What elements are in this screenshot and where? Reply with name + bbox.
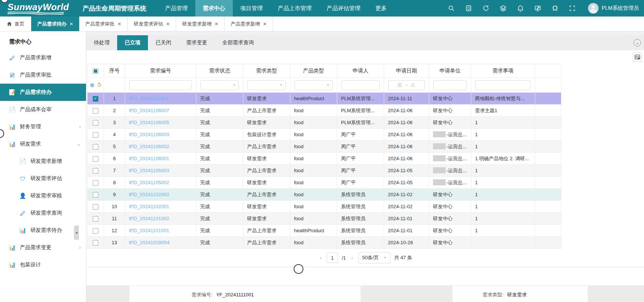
row-checkbox[interactable] (93, 180, 98, 186)
omega-icon[interactable]: Ω (551, 5, 559, 12)
row-checkbox[interactable] (93, 204, 98, 210)
row-checkbox[interactable] (93, 228, 98, 234)
clipboard-check-icon[interactable] (465, 5, 472, 12)
refresh-icon[interactable] (482, 5, 490, 12)
row-checkbox[interactable] (93, 108, 98, 114)
splitter-drag-handle[interactable] (294, 264, 303, 274)
clear-filter-icon[interactable]: ⊗ (90, 82, 95, 88)
requirement-id-link[interactable]: IPD_20241111001 (129, 96, 169, 101)
close-tab-icon[interactable]: ✕ (263, 21, 267, 27)
requirement-id-link[interactable]: IPD_20241106005 (129, 120, 169, 125)
open-tab-产品需求新增[interactable]: 产品需求新增✕ (225, 17, 273, 31)
filter-select-需求状态[interactable] (201, 80, 239, 90)
table-row[interactable]: 10IPD_20241102001完成研发需求food系统管理员2024-11-… (87, 201, 561, 213)
sidebar-item-研发需求评估[interactable]: 🛡研发需求评估 (0, 170, 86, 187)
requirement-id-link[interactable]: IPD_20241102002 (129, 192, 169, 197)
close-tab-icon[interactable]: ✕ (166, 21, 170, 27)
table-row[interactable]: 5IPD_20241106002完成产品上市需求food周广平2024-11-0… (87, 141, 561, 153)
sidebar-item-产品成本会审[interactable]: 📄产品成本会审 (0, 101, 86, 118)
nav-menu-item-更多[interactable]: 更多 (368, 0, 394, 17)
requirement-id-link[interactable]: IPD_20241102001 (129, 204, 169, 209)
sidebar-item-研发需求新增[interactable]: 📄研发需求新增 (0, 153, 86, 170)
table-row[interactable]: 9IPD_20241102002完成产品上市需求food系统管理员2024-11… (87, 189, 561, 201)
row-checkbox[interactable] (93, 132, 98, 138)
sidebar-item-财务管理[interactable]: 📊财务管理› (0, 118, 86, 135)
filter-input-需求编号[interactable] (129, 80, 192, 90)
bell-icon[interactable] (517, 5, 524, 12)
table-row[interactable]: 11IPD_20241101002完成研发需求food系统管理员2024-11-… (87, 213, 561, 225)
filter-input-申请单位[interactable] (433, 80, 467, 90)
next-page-button[interactable]: › (350, 255, 354, 261)
filter-date-range[interactable]: 起 ~ 止 (388, 80, 425, 90)
current-page-box[interactable]: 1 (327, 252, 338, 263)
filter-tab-待处理[interactable]: 待处理 (86, 35, 117, 50)
column-settings-button[interactable] (633, 53, 642, 62)
user-chip[interactable]: PLM系统管理员 (588, 3, 639, 14)
table-row[interactable]: 7IPD_20241105003完成产品上市需求food周广平2024-11-0… (87, 165, 561, 177)
layers-icon[interactable] (499, 5, 507, 12)
row-checkbox[interactable] (93, 120, 98, 126)
table-row[interactable]: 13IPD_20241028004完成产品上市需求food系统管理员2024-1… (87, 237, 561, 249)
sidebar-item-产品需求变更[interactable]: 📊产品需求变更› (0, 239, 86, 256)
sidebar-item-研发需求查询[interactable]: 🖉研发需求查询 (0, 204, 86, 222)
nav-menu-item-需求中心[interactable]: 需求中心 (195, 0, 233, 17)
open-tab-研发需求评估[interactable]: 研发需求评估✕ (128, 17, 176, 31)
monitor-edit-icon[interactable] (534, 5, 541, 12)
row-checkbox[interactable] (93, 192, 98, 198)
table-row[interactable]: 2IPD_20241106007完成产品上市需求foodPLM系统管理...20… (87, 105, 561, 117)
filter-tab-全部需求查询[interactable]: 全部需求查询 (215, 35, 261, 50)
chevron-right-icon[interactable]: › (79, 124, 81, 129)
sidebar-item-研发需求待办[interactable]: 📊研发需求待办 (0, 222, 86, 239)
sidebar-item-研发需求审核[interactable]: 👤研发需求审核 (0, 187, 86, 204)
close-tab-icon[interactable]: ✕ (214, 21, 218, 27)
open-tab-研发需求新增[interactable]: 研发需求新增✕ (176, 17, 225, 31)
requirement-id-link[interactable]: IPD_20241028004 (129, 240, 169, 245)
open-tab-产品需求审批[interactable]: 产品需求审批✕ (79, 17, 128, 31)
filter-select-需求类型[interactable] (247, 80, 286, 90)
table-row[interactable]: 6IPD_20241106001完成研发需求food周广平2024-11-06-… (87, 153, 561, 165)
requirement-id-link[interactable]: IPD_20241101001 (129, 228, 169, 233)
row-checkbox[interactable] (93, 216, 98, 222)
requirement-id-link[interactable]: IPD_20241101002 (129, 216, 169, 221)
nav-menu-item-产品上市管理[interactable]: 产品上市管理 (270, 0, 319, 17)
sidebar-item-产品需求新增[interactable]: 🖉产品需求新增 (0, 49, 86, 66)
filter-tab-已关闭[interactable]: 已关闭 (148, 35, 179, 50)
filter-input-申请人[interactable] (341, 80, 380, 90)
collapse-filter-icon[interactable]: ⌄ (633, 39, 641, 47)
row-checkbox[interactable] (93, 144, 98, 150)
close-tab-icon[interactable]: ✕ (118, 21, 121, 27)
sidebar-item-产品需求待办[interactable]: 📝产品需求待办 (0, 84, 86, 101)
filter-input-需求事项[interactable] (475, 80, 531, 90)
row-checkbox[interactable] (93, 96, 98, 102)
sidebar-collapse-handle[interactable]: ◄ (74, 225, 79, 240)
row-checkbox[interactable] (93, 240, 98, 246)
sidebar-item-包装设计[interactable]: 📊包装设计 (0, 256, 86, 273)
filter-select-产品类型[interactable] (294, 80, 333, 90)
home-tab[interactable]: 首页 (0, 17, 31, 31)
sidebar-item-产品需求审批[interactable]: 🗹产品需求审批 (0, 66, 86, 84)
select-all-checkbox[interactable] (93, 68, 98, 74)
table-row[interactable]: 12IPD_20241101001完成产品上市需求healthProduct系统… (87, 225, 561, 237)
table-row[interactable]: 8IPD_20241105002完成研发需求food周广平2024-11-05-… (87, 177, 561, 189)
table-row[interactable]: 4IPD_20241106003完成包装设计需求food周广平2024-11-0… (87, 129, 561, 141)
chevron-right-icon[interactable]: › (79, 245, 81, 250)
nav-menu-item-项目管理[interactable]: 项目管理 (233, 0, 270, 17)
open-tab-产品需求待办[interactable]: 产品需求待办✕ (31, 17, 79, 31)
table-row[interactable]: 1IPD_20241111001完成研发需求healthProductPLM系统… (87, 93, 561, 105)
requirement-id-link[interactable]: IPD_20241106002 (129, 144, 169, 149)
nav-menu-item-产品评估管理[interactable]: 产品评估管理 (319, 0, 368, 17)
requirement-id-link[interactable]: IPD_20241105002 (129, 180, 169, 185)
row-checkbox[interactable] (93, 168, 98, 174)
requirement-id-link[interactable]: IPD_20241106003 (129, 132, 169, 137)
requirement-id-link[interactable]: IPD_20241106001 (129, 156, 169, 161)
row-checkbox[interactable] (93, 156, 98, 162)
requirement-id-link[interactable]: IPD_20241105003 (129, 168, 169, 173)
filter-tab-需求变更[interactable]: 需求变更 (179, 35, 215, 50)
search-icon[interactable] (448, 5, 455, 12)
filter-tab-已立项[interactable]: 已立项 (117, 35, 148, 50)
nav-menu-item-产品管理[interactable]: 产品管理 (158, 0, 195, 17)
reset-filter-icon[interactable]: ↺ (95, 81, 103, 89)
chevron-down-icon[interactable]: ⌄ (77, 141, 81, 147)
fullscreen-icon[interactable] (569, 5, 576, 12)
requirement-id-link[interactable]: IPD_20241106007 (129, 108, 169, 113)
